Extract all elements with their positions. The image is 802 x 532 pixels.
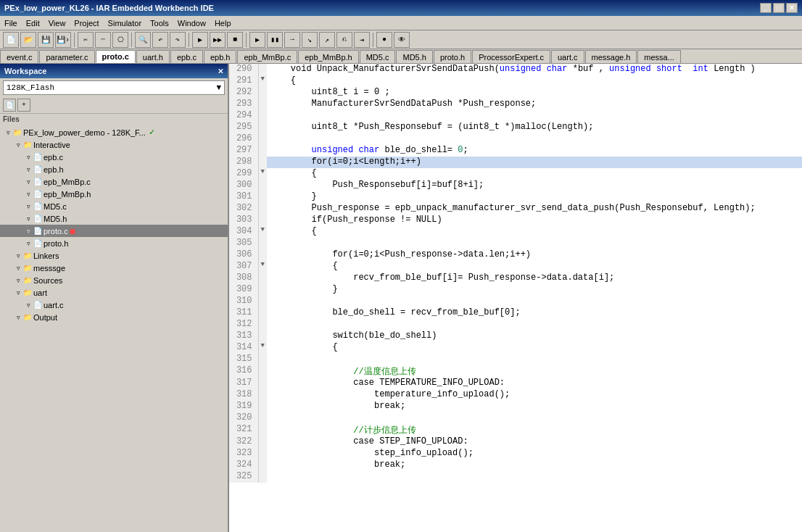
tree-file-md5-h[interactable]: ▿ 📄 MD5.h (0, 212, 228, 225)
line-number: 295 (229, 122, 258, 133)
tree-root-project[interactable]: ▿ 📁 PEx_low_power_demo - 128K_F... ✓ (0, 126, 228, 138)
file-label-md5-h: MD5.h (44, 215, 67, 223)
fold-indicator[interactable]: ▼ (258, 342, 267, 354)
build-button[interactable]: ▶▶ (210, 32, 226, 48)
file-label-proto-c: proto.c (44, 227, 68, 236)
tab-epb-mmbp-c[interactable]: epb_MmBp.c (237, 50, 297, 63)
step-into-button[interactable]: ↘ (302, 32, 318, 48)
table-row: 315 (229, 354, 802, 365)
fold-indicator (258, 354, 267, 365)
code-line (267, 238, 802, 249)
stop-button[interactable]: ■ (227, 32, 243, 48)
file-icon-epb-mmbp-h: 📄 (33, 190, 42, 198)
line-number: 301 (229, 191, 258, 203)
code-line (267, 110, 802, 122)
tab-processorexpert-c[interactable]: ProcessorExpert.c (472, 50, 550, 63)
fold-indicator[interactable]: ▼ (258, 226, 267, 238)
tab-uart-h[interactable]: uart.h (136, 50, 170, 63)
tree-file-epb-mmbp-h[interactable]: ▿ 📄 epb_MmBp.h (0, 188, 228, 200)
table-row: 296 (229, 133, 802, 145)
folder-icon-sources: 📁 (23, 276, 32, 284)
toolbar-sep-5 (373, 33, 373, 47)
step-over-button[interactable]: → (284, 32, 300, 48)
sidebar-title-bar: Workspace ✕ (0, 64, 228, 78)
tree-file-uart-c[interactable]: ▿ 📄 uart.c (0, 299, 228, 311)
copy-button[interactable]: ⎓ (95, 32, 111, 48)
breakpoint-button[interactable]: ● (376, 32, 392, 48)
expand-icon: ▿ (13, 141, 23, 149)
close-button[interactable]: ✕ (786, 3, 798, 13)
sidebar-new-btn[interactable]: 📄 (3, 99, 16, 112)
tab-uart-c[interactable]: uart.c (551, 50, 584, 63)
line-number: 290 (229, 64, 258, 75)
tab-md5-c[interactable]: MD5.c (360, 50, 396, 63)
tab-message-h[interactable]: message.h (585, 50, 637, 63)
cut-button[interactable]: ✂ (78, 32, 94, 48)
line-number: 306 (229, 249, 258, 261)
tab-epb-c[interactable]: epb.c (170, 50, 203, 63)
tab-event-c[interactable]: event.c (0, 50, 38, 63)
minimize-button[interactable]: _ (760, 3, 772, 13)
menu-project[interactable]: Project (70, 18, 103, 28)
tree-file-epb-h[interactable]: ▿ 📄 epb.h (0, 163, 228, 175)
reset-button[interactable]: ⎌ (336, 32, 352, 48)
new-button[interactable]: 📄 (3, 32, 19, 48)
config-dropdown[interactable]: 128K_Flash ▼ (3, 80, 225, 95)
file-icon-epb-h: 📄 (33, 165, 42, 173)
undo-button[interactable]: ↶ (152, 32, 168, 48)
menu-edit[interactable]: Edit (22, 18, 44, 28)
menu-file[interactable]: File (0, 18, 22, 28)
tree-file-epb-c[interactable]: ▿ 📄 epb.c (0, 151, 228, 163)
step-out-button[interactable]: ↗ (319, 32, 335, 48)
sidebar-add-btn[interactable]: + (17, 99, 30, 112)
tab-md5-h[interactable]: MD5.h (396, 50, 432, 63)
fold-indicator[interactable]: ▼ (258, 261, 267, 273)
tab-proto-c[interactable]: proto.c (96, 50, 136, 63)
tree-folder-interactive[interactable]: ▿ 📁 Interactive (0, 138, 228, 151)
save-button[interactable]: 💾 (38, 32, 54, 48)
tree-folder-sources[interactable]: ▿ 📁 Sources (0, 274, 228, 286)
redo-button[interactable]: ↷ (170, 32, 186, 48)
folder-label-sources: Sources (33, 276, 62, 285)
compile-button[interactable]: ▶ (192, 32, 208, 48)
save-all-button[interactable]: 💾› (55, 32, 71, 48)
debug-stop-button[interactable]: ▮▮ (267, 32, 283, 48)
menu-help[interactable]: Help (210, 18, 236, 28)
code-scroll[interactable]: 290 void Unpack_ManufacturerSvrSendDataP… (229, 64, 802, 532)
sidebar-close-button[interactable]: ✕ (218, 67, 223, 75)
tree-folder-output[interactable]: ▿ 📁 Output (0, 311, 228, 323)
tree-folder-uart[interactable]: ▿ 📁 uart (0, 286, 228, 299)
paste-button[interactable]: ⎔ (112, 32, 128, 48)
find-button[interactable]: 🔍 (135, 32, 151, 48)
fold-indicator[interactable]: ▼ (258, 168, 267, 180)
open-button[interactable]: 📂 (20, 32, 36, 48)
watch-button[interactable]: 👁 (394, 32, 410, 48)
tab-parameter-c[interactable]: parameter.c (39, 50, 94, 63)
fold-indicator (258, 110, 267, 122)
tab-epb-mmbp-h[interactable]: epb_MmBp.h (298, 50, 358, 63)
tree-file-epb-mmbp-c[interactable]: ▿ 📄 epb_MmBp.c (0, 175, 228, 188)
tab-proto-h[interactable]: proto.h (434, 50, 471, 63)
tree-folder-linkers[interactable]: ▿ 📁 Linkers (0, 249, 228, 262)
tab-epb-h[interactable]: epb.h (204, 50, 237, 63)
menu-view[interactable]: View (44, 18, 70, 28)
debug-button[interactable]: ▶ (249, 32, 265, 48)
run-to-cursor[interactable]: ⇥ (354, 32, 370, 48)
table-row: 317 case TEMPERATURE_INFO_UPLOAD: (229, 378, 802, 389)
maximize-button[interactable]: □ (773, 3, 785, 13)
tree-folder-messsge[interactable]: ▿ 📁 messsge (0, 262, 228, 274)
tree-file-md5-c[interactable]: ▿ 📄 MD5.c (0, 200, 228, 212)
fold-indicator[interactable]: ▼ (258, 75, 267, 87)
menu-simulator[interactable]: Simulator (104, 18, 146, 28)
table-row: 302 Push_response = epb_unpack_manufactu… (229, 203, 802, 215)
tree-file-proto-c[interactable]: ▿ 📄 proto.c ■ (0, 225, 228, 237)
line-number: 311 (229, 307, 258, 319)
menu-tools[interactable]: Tools (146, 18, 173, 28)
menu-window[interactable]: Window (173, 18, 210, 28)
title-bar: PEx_low_power_KL26 - IAR Embedded Workbe… (0, 0, 802, 16)
table-row: 304▼ { (229, 226, 802, 238)
line-number: 322 (229, 436, 258, 448)
table-row: 325 (229, 471, 802, 483)
tab-messa[interactable]: messa... (637, 50, 681, 63)
tree-file-proto-h[interactable]: ▿ 📄 proto.h (0, 237, 228, 249)
